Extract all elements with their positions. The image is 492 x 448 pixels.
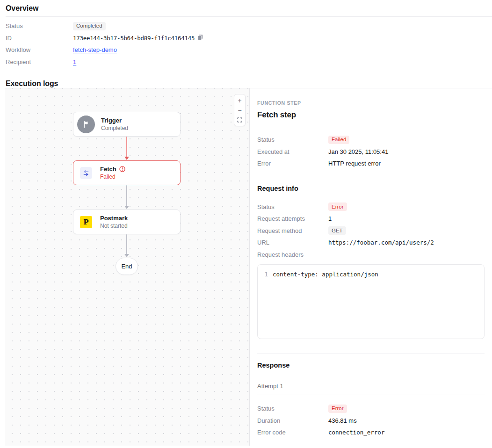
request-url-row: URL https://foobar.com/api/users/2 [257, 237, 485, 249]
node-trigger-status: Completed [101, 125, 128, 132]
duration-value: 436.81 ms [328, 417, 357, 424]
node-trigger-title: Trigger [101, 117, 128, 124]
postmark-logo-icon: P [80, 216, 92, 228]
overview-divider [6, 16, 492, 17]
node-fetch[interactable]: Fetch Failed [73, 160, 181, 185]
step-type-kicker: FUNCTION STEP [257, 100, 485, 106]
duration-label: Duration [257, 417, 328, 424]
request-info-title: Request info [257, 185, 485, 192]
divider [257, 354, 485, 354]
swap-arrows-icon [80, 167, 92, 179]
response-status-badge: Error [328, 405, 347, 413]
node-postmark-status: Not started [100, 223, 128, 230]
error-code-label: Error code [257, 429, 328, 436]
fit-view-button[interactable] [235, 115, 245, 125]
copy-id-button[interactable] [197, 34, 203, 42]
step-title: Fetch step [257, 110, 485, 120]
node-postmark-title: Postmark [100, 215, 128, 222]
overview-workflow-row: Workflow fetch-step-demo [6, 44, 492, 56]
request-status-row: Status Error [257, 201, 485, 213]
workflow-diagram-canvas[interactable]: Trigger Completed Fetch Failed [5, 88, 250, 446]
request-method-badge: GET [328, 226, 346, 235]
error-row: Error HTTP request error [257, 158, 485, 170]
recipient-label: Recipient [6, 58, 73, 65]
overview-section: Overview Status Completed ID 173ee144-3b… [0, 0, 492, 68]
workflow-link[interactable]: fetch-step-demo [73, 46, 117, 53]
code-line-number: 1 [263, 271, 268, 278]
response-title: Response [257, 361, 485, 369]
step-details-panel: FUNCTION STEP Fetch step Status Failed E… [250, 88, 492, 446]
transaction-id: 173ee144-3b17-5b64-bd89-f1f1c4164145 [73, 35, 195, 42]
error-alert-icon [119, 166, 125, 172]
overview-recipient-row: Recipient 1 [6, 56, 492, 68]
request-method-row: Request method GET [257, 225, 485, 237]
recipient-link[interactable]: 1 [73, 58, 76, 65]
node-postmark[interactable]: P Postmark Not started [73, 210, 181, 234]
edge-postmark-to-end [126, 234, 127, 257]
step-status-label: Status [257, 136, 328, 143]
request-headers-label: Request headers [257, 251, 328, 258]
request-url-value: https://foobar.com/api/users/2 [328, 239, 434, 246]
overview-id-row: ID 173ee144-3b17-5b64-bd89-f1f1c4164145 [6, 32, 492, 44]
divider [257, 177, 485, 177]
zoom-out-button[interactable]: − [235, 105, 245, 115]
step-status-badge: Failed [328, 136, 349, 144]
fullscreen-icon [237, 117, 242, 123]
zoom-in-button[interactable]: + [235, 95, 245, 105]
overview-title: Overview [6, 4, 492, 13]
node-fetch-title: Fetch [100, 166, 116, 173]
error-code-value: connection_error [328, 429, 384, 436]
request-method-label: Request method [257, 227, 328, 234]
duration-row: Duration 436.81 ms [257, 415, 485, 427]
executed-at-label: Executed at [257, 148, 328, 155]
workflow-label: Workflow [6, 46, 73, 53]
copy-icon [197, 34, 203, 42]
diagram-zoom-controls: + − [234, 94, 246, 126]
request-status-badge: Error [328, 202, 347, 211]
request-headers-row: Request headers [257, 249, 485, 261]
status-label: Status [6, 22, 73, 29]
response-status-row: Status Error [257, 403, 485, 415]
flag-icon [77, 116, 95, 133]
node-end: End [116, 258, 138, 275]
attempt-label: Attempt 1 [257, 383, 485, 395]
request-attempts-value: 1 [328, 215, 332, 222]
step-status-row: Status Failed [257, 134, 485, 146]
error-code-row: Error code connection_error [257, 426, 485, 439]
request-attempts-label: Request attempts [257, 215, 328, 222]
node-fetch-status: Failed [100, 173, 125, 181]
overview-status-row: Status Completed [6, 20, 492, 32]
request-url-label: URL [257, 239, 328, 246]
edge-fetch-to-postmark [126, 185, 127, 209]
executed-at-value: Jan 30 2025, 11:05:41 [328, 148, 388, 155]
executed-at-row: Executed at Jan 30 2025, 11:05:41 [257, 146, 485, 158]
node-trigger[interactable]: Trigger Completed [73, 112, 181, 137]
code-line-text: content-type: application/json [273, 271, 378, 278]
request-status-label: Status [257, 203, 328, 210]
execution-logs-panel: Trigger Completed Fetch Failed [5, 88, 492, 446]
edge-trigger-to-fetch [126, 137, 127, 160]
execution-logs-title: Execution logs [0, 72, 492, 88]
response-status-label: Status [257, 405, 328, 412]
status-badge: Completed [73, 22, 106, 30]
request-headers-code-viewer: 1 content-type: application/json [257, 264, 485, 339]
error-value: HTTP request error [328, 160, 381, 167]
id-label: ID [6, 35, 73, 42]
error-label: Error [257, 160, 328, 167]
request-attempts-row: Request attempts 1 [257, 213, 485, 225]
